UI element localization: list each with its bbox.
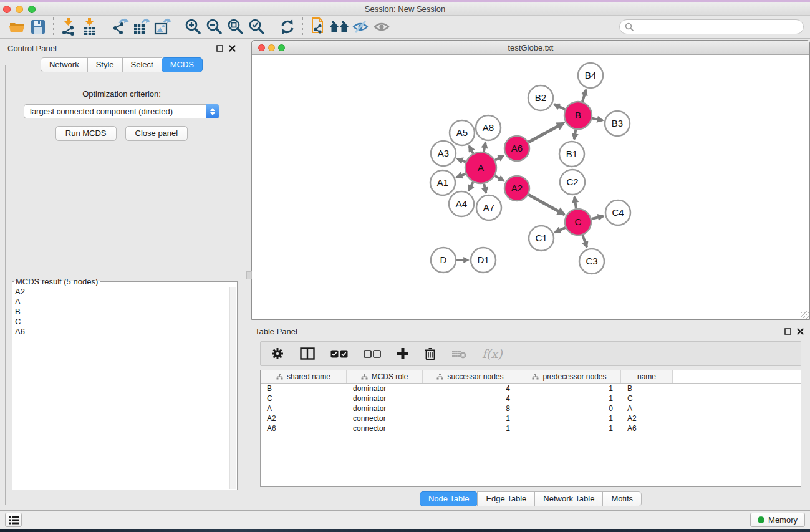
close-panel-button[interactable]: Close panel xyxy=(125,126,188,141)
node-A4[interactable]: A4 xyxy=(449,191,474,216)
mcds-result-item[interactable]: A xyxy=(15,297,237,307)
mcds-result-item[interactable]: A2 xyxy=(15,287,237,297)
delete-column-trash-icon[interactable] xyxy=(425,347,436,360)
add-column-icon[interactable] xyxy=(397,347,409,360)
open-session-button[interactable] xyxy=(6,17,27,37)
tab-mcds[interactable]: MCDS xyxy=(162,57,203,72)
column-header-shared-name[interactable]: shared name xyxy=(261,370,347,383)
split-panel-icon[interactable] xyxy=(300,347,315,360)
task-history-button[interactable] xyxy=(5,513,22,527)
node-A3[interactable]: A3 xyxy=(431,141,456,166)
run-mcds-button[interactable]: Run MCDS xyxy=(55,126,117,141)
cell-shared-name[interactable]: A xyxy=(261,404,347,413)
network-graph[interactable]: B4B2BB3A5A8A6B1A3AC2A1A2A4A7C4CC1C3DD1 xyxy=(252,55,809,319)
minimize-window-button[interactable] xyxy=(16,6,23,13)
network-canvas[interactable]: B4B2BB3A5A8A6B1A3AC2A1A2A4A7C4CC1C3DD1 xyxy=(252,55,809,319)
column-header-name[interactable]: name xyxy=(621,370,673,383)
cell-name[interactable]: C xyxy=(621,394,673,403)
tab-network-table[interactable]: Network Table xyxy=(534,491,603,506)
cell-shared-name[interactable]: A6 xyxy=(261,424,347,433)
cell-successor-nodes[interactable]: 1 xyxy=(423,414,518,423)
table-row[interactable]: Cdominator41C xyxy=(261,394,801,404)
close-window-button[interactable] xyxy=(3,6,11,13)
home-button[interactable] xyxy=(329,17,350,37)
import-table-button[interactable] xyxy=(79,17,100,37)
edge-A-A7[interactable] xyxy=(484,183,486,193)
edge-A6-B[interactable] xyxy=(528,123,564,142)
table-settings-gear-icon[interactable] xyxy=(271,347,284,360)
table-row[interactable]: Bdominator41B xyxy=(261,384,801,394)
mcds-result-item[interactable]: B xyxy=(15,307,237,317)
node-A[interactable]: A xyxy=(465,152,496,183)
tab-node-table[interactable]: Node Table xyxy=(420,491,478,506)
network-zoom-button[interactable] xyxy=(278,44,285,51)
cell-predecessor-nodes[interactable]: 1 xyxy=(518,394,621,403)
float-table-panel-icon[interactable] xyxy=(784,328,791,335)
cell-MCDS-role[interactable]: dominator xyxy=(347,384,423,393)
cell-successor-nodes[interactable]: 8 xyxy=(423,404,518,413)
export-network-button[interactable] xyxy=(110,17,131,37)
node-A2[interactable]: A2 xyxy=(504,176,529,201)
node-A7[interactable]: A7 xyxy=(476,195,501,220)
tab-style[interactable]: Style xyxy=(87,57,123,72)
edge-A2-C[interactable] xyxy=(528,195,564,215)
node-A8[interactable]: A8 xyxy=(476,115,501,140)
node-C[interactable]: C xyxy=(565,209,591,235)
memory-button[interactable]: Memory xyxy=(750,513,805,527)
zoom-window-button[interactable] xyxy=(28,6,36,13)
cell-MCDS-role[interactable]: connector xyxy=(347,414,423,423)
zoom-in-button[interactable] xyxy=(183,17,204,37)
edge-A-A3[interactable] xyxy=(457,159,465,162)
edge-A-A2[interactable] xyxy=(495,176,504,181)
node-D1[interactable]: D1 xyxy=(471,248,496,273)
cell-MCDS-role[interactable]: connector xyxy=(347,424,423,433)
tab-edge-table[interactable]: Edge Table xyxy=(477,491,535,506)
cell-shared-name[interactable]: A2 xyxy=(261,414,347,423)
node-C3[interactable]: C3 xyxy=(579,249,604,274)
export-image-button[interactable] xyxy=(152,17,173,37)
node-C1[interactable]: C1 xyxy=(529,226,554,251)
cell-MCDS-role[interactable]: dominator xyxy=(347,404,423,413)
edge-B-B3[interactable] xyxy=(592,118,603,121)
delete-table-icon[interactable] xyxy=(451,349,466,359)
node-A5[interactable]: A5 xyxy=(450,120,475,145)
mcds-result-item[interactable]: C xyxy=(15,317,237,327)
edge-C-C4[interactable] xyxy=(591,216,603,219)
search-input[interactable] xyxy=(637,22,798,32)
edge-A-A4[interactable] xyxy=(468,182,473,191)
cell-shared-name[interactable]: C xyxy=(261,394,347,403)
cell-successor-nodes[interactable]: 4 xyxy=(423,384,518,393)
edge-B-B1[interactable] xyxy=(574,130,576,140)
node-A6[interactable]: A6 xyxy=(504,136,529,161)
node-B1[interactable]: B1 xyxy=(559,142,584,167)
node-B2[interactable]: B2 xyxy=(528,85,553,110)
select-all-checkboxes-icon[interactable] xyxy=(330,350,348,358)
cell-predecessor-nodes[interactable]: 1 xyxy=(518,384,621,393)
clone-network-button[interactable] xyxy=(307,17,329,37)
import-network-button[interactable] xyxy=(58,17,79,37)
hide-selected-button[interactable] xyxy=(350,17,371,37)
cell-name[interactable]: A6 xyxy=(621,424,673,433)
export-table-button[interactable] xyxy=(131,17,152,37)
deselect-all-checkboxes-icon[interactable] xyxy=(364,350,381,358)
cell-shared-name[interactable]: B xyxy=(261,384,347,393)
cell-MCDS-role[interactable]: dominator xyxy=(347,394,423,403)
node-B3[interactable]: B3 xyxy=(605,111,630,136)
column-header-successor-nodes[interactable]: successor nodes xyxy=(423,370,518,383)
cell-name[interactable]: A2 xyxy=(621,414,673,423)
float-panel-icon[interactable] xyxy=(216,45,223,52)
cell-predecessor-nodes[interactable]: 1 xyxy=(518,414,621,423)
zoom-fit-button[interactable] xyxy=(225,17,246,37)
edge-A-A6[interactable] xyxy=(495,155,504,160)
cell-predecessor-nodes[interactable]: 0 xyxy=(518,404,621,413)
tab-motifs[interactable]: Motifs xyxy=(602,491,642,506)
network-resize-grip[interactable] xyxy=(801,311,809,319)
cell-successor-nodes[interactable]: 1 xyxy=(423,424,518,433)
cell-successor-nodes[interactable]: 4 xyxy=(423,394,518,403)
cell-name[interactable]: A xyxy=(621,404,673,413)
cell-name[interactable]: B xyxy=(621,384,673,393)
close-table-panel-icon[interactable] xyxy=(797,328,804,335)
node-A1[interactable]: A1 xyxy=(430,170,455,195)
node-D[interactable]: D xyxy=(431,248,456,273)
save-session-button[interactable] xyxy=(27,17,49,37)
